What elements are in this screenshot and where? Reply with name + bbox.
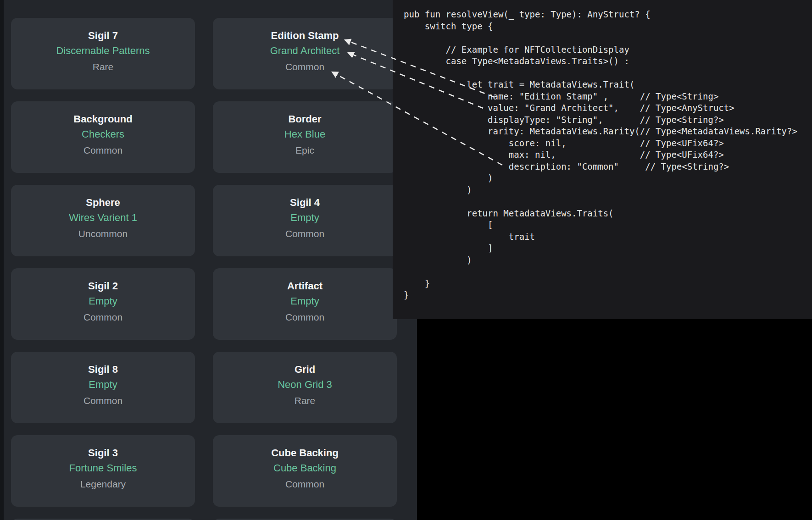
- trait-card[interactable]: Cube BackingCube BackingCommon: [213, 435, 397, 507]
- trait-value: Empty: [290, 293, 319, 310]
- code-panel: pub fun resolveView(_ type: Type): AnySt…: [393, 0, 812, 319]
- trait-value: Neon Grid 3: [278, 376, 332, 393]
- trait-card[interactable]: SphereWires Varient 1Uncommon: [11, 185, 195, 256]
- trait-name: Sigil 4: [290, 196, 320, 210]
- trait-value: Checkers: [82, 126, 124, 143]
- trait-name: Sigil 3: [88, 446, 118, 460]
- trait-value: Wires Varient 1: [69, 210, 137, 226]
- trait-name: Cube Backing: [271, 446, 339, 460]
- trait-card[interactable]: Sigil 8EmptyCommon: [11, 352, 195, 423]
- trait-name: Sigil 7: [88, 29, 118, 43]
- trait-rarity: Uncommon: [78, 226, 128, 242]
- trait-rarity: Epic: [295, 143, 314, 158]
- traits-panel: Sigil 7Discernable PatternsRareEdition S…: [0, 0, 417, 520]
- trait-name: Grid: [295, 363, 315, 376]
- trait-rarity: Common: [285, 59, 324, 75]
- trait-name: Artifact: [287, 279, 323, 293]
- trait-name: Border: [288, 112, 321, 126]
- trait-name: Sigil 8: [88, 363, 118, 376]
- trait-value: Empty: [89, 293, 117, 310]
- trait-card[interactable]: Sigil 2EmptyCommon: [11, 268, 195, 340]
- trait-card[interactable]: ArtifactEmptyCommon: [213, 268, 397, 340]
- trait-card[interactable]: Sigil 4EmptyCommon: [213, 185, 397, 256]
- trait-value: Discernable Patterns: [56, 43, 150, 59]
- trait-rarity: Common: [83, 310, 122, 325]
- left-edge-strip: [0, 0, 4, 520]
- trait-rarity: Legendary: [80, 476, 126, 492]
- trait-name: Edition Stamp: [271, 29, 339, 43]
- trait-card[interactable]: Edition StampGrand ArchitectCommon: [213, 18, 397, 89]
- screenshot-root: Sigil 7Discernable PatternsRareEdition S…: [0, 0, 812, 520]
- trait-card[interactable]: Sigil 3Fortune SmilesLegendary: [11, 435, 195, 507]
- trait-name: Background: [73, 112, 132, 126]
- trait-value: Fortune Smiles: [69, 460, 137, 476]
- code-snippet: pub fun resolveView(_ type: Type): AnySt…: [393, 0, 812, 301]
- trait-rarity: Common: [83, 393, 122, 409]
- trait-card[interactable]: BackgroundCheckersCommon: [11, 101, 195, 173]
- trait-rarity: Common: [285, 226, 324, 242]
- trait-card[interactable]: Sigil 7Discernable PatternsRare: [11, 18, 195, 89]
- trait-rarity: Rare: [93, 59, 114, 75]
- traits-grid: Sigil 7Discernable PatternsRareEdition S…: [11, 18, 397, 520]
- trait-card[interactable]: BorderHex BlueEpic: [213, 101, 397, 173]
- trait-name: Sigil 2: [88, 279, 118, 293]
- trait-card[interactable]: GridNeon Grid 3Rare: [213, 352, 397, 423]
- trait-value: Grand Architect: [270, 43, 340, 59]
- trait-value: Cube Backing: [273, 460, 336, 476]
- trait-value: Hex Blue: [284, 126, 325, 143]
- trait-rarity: Rare: [295, 393, 316, 409]
- trait-rarity: Common: [285, 310, 324, 325]
- trait-value: Empty: [290, 210, 319, 226]
- trait-rarity: Common: [83, 143, 122, 158]
- trait-value: Empty: [89, 376, 117, 393]
- trait-rarity: Common: [285, 476, 324, 492]
- trait-name: Sphere: [86, 196, 120, 210]
